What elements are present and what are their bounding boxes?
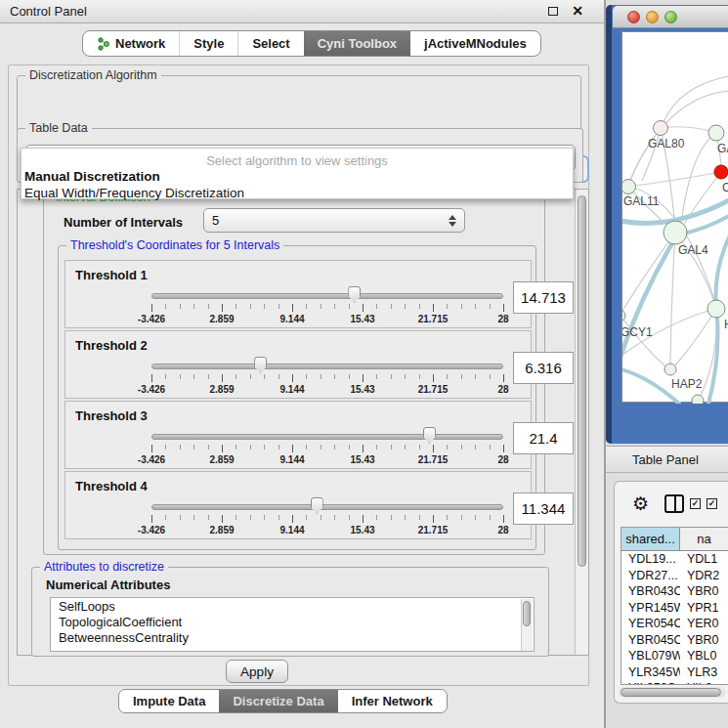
network-node[interactable]	[622, 180, 636, 194]
threshold-slider[interactable]	[151, 434, 503, 440]
threshold-value-field[interactable]: 6.316	[513, 352, 574, 384]
settings-vertical-scrollbar[interactable]	[575, 190, 588, 655]
network-node[interactable]	[664, 364, 676, 375]
slider-handle[interactable]	[348, 286, 361, 303]
num-intervals-combobox[interactable]: 5	[203, 208, 465, 233]
attribute-item[interactable]: SelfLoops	[51, 598, 534, 614]
attribute-item[interactable]: BetweennessCentrality	[51, 629, 534, 645]
table-cell[interactable]: YPR1	[680, 600, 728, 617]
close-traffic-light-icon[interactable]	[627, 11, 640, 23]
tab-infer-network[interactable]: Infer Network	[338, 690, 447, 712]
checkbox-icon[interactable]: ✓	[690, 498, 701, 509]
screen: Control Panel ✕ Network Style Select Cyn…	[0, 0, 728, 728]
table-cell[interactable]: YIL0	[680, 680, 728, 685]
network-window-titlebar[interactable]	[613, 6, 728, 28]
tab-style[interactable]: Style	[179, 31, 237, 56]
apply-button[interactable]: Apply	[226, 660, 288, 683]
table-row[interactable]: YDL19...YDL1	[621, 551, 728, 568]
attribute-item[interactable]: TopologicalCoefficient	[51, 614, 534, 629]
table-cell[interactable]: YBR0	[680, 632, 728, 649]
tick-label: 9.144	[279, 525, 304, 535]
table-cell[interactable]: YBR043C	[621, 583, 680, 600]
scrollbar-thumb[interactable]	[523, 601, 531, 626]
slider-handle[interactable]	[254, 357, 267, 373]
attributes-scrollbar[interactable]	[521, 599, 533, 652]
scrollbar-thumb[interactable]	[621, 688, 721, 697]
float-window-icon[interactable]	[548, 7, 558, 16]
threshold-slider[interactable]	[151, 364, 503, 369]
minimize-traffic-light-icon[interactable]	[646, 11, 659, 23]
threshold-value-field[interactable]: 11.344	[513, 492, 574, 525]
network-node[interactable]	[707, 300, 725, 318]
dropdown-option-manual[interactable]: Manual Discretization	[21, 168, 573, 185]
network-node[interactable]	[714, 165, 728, 179]
zoom-traffic-light-icon[interactable]	[664, 11, 677, 23]
tick-label: -3.426	[138, 525, 165, 535]
node-label: HAP2	[671, 377, 703, 391]
tab-network[interactable]: Network	[83, 31, 179, 56]
attributes-list[interactable]: SelfLoopsTopologicalCoefficientBetweenne…	[50, 597, 535, 652]
tab-jactivemnodules[interactable]: jActiveMNodules	[410, 31, 540, 56]
threshold-label: Threshold 3	[75, 408, 148, 423]
threshold-value-field[interactable]: 21.4	[513, 422, 574, 454]
table-cell[interactable]: YBL079W	[621, 648, 680, 664]
threshold-slider[interactable]	[151, 504, 503, 510]
tab-select[interactable]: Select	[237, 31, 303, 56]
num-intervals-label: Number of Intervals	[64, 215, 183, 230]
table-cell[interactable]: YDL19...	[621, 551, 680, 568]
network-node[interactable]	[708, 125, 724, 141]
table-cell[interactable]: YPR145W	[621, 600, 680, 617]
table-row[interactable]: YLR345WYLR3	[621, 664, 728, 681]
table-horizontal-scrollbar[interactable]	[619, 687, 726, 698]
threshold-label: Threshold 1	[75, 268, 148, 282]
threshold-row: Threshold 3 -3.4262.8599.14415.4321.7152…	[64, 401, 532, 469]
slider-handle[interactable]	[423, 427, 436, 444]
node-label: GAL4	[678, 243, 708, 257]
gear-icon[interactable]: ⚙	[632, 492, 649, 515]
panel-title: Control Panel	[0, 4, 87, 19]
tab-discretize-data[interactable]: Discretize Data	[219, 690, 337, 712]
threshold-slider[interactable]	[151, 293, 503, 299]
table-cell[interactable]: YIL052C	[621, 680, 680, 685]
table-cell[interactable]: YDR27...	[621, 568, 680, 584]
table-row[interactable]: YIL052CYIL0	[621, 680, 728, 685]
threshold-value-field[interactable]: 14.713	[513, 281, 574, 314]
interval-definition-group: Interval Definition Number of Intervals …	[43, 197, 545, 555]
column-layout-icon[interactable]	[664, 494, 684, 513]
network-node[interactable]	[622, 310, 625, 321]
table-cell[interactable]: YDL1	[680, 551, 728, 568]
table-row[interactable]: YBR043CYBR0	[621, 583, 728, 600]
column-header-name[interactable]: na	[680, 528, 728, 550]
table-cell[interactable]: YBR045C	[621, 632, 680, 649]
checkbox-icon[interactable]: ✓	[707, 498, 717, 509]
tick-label: 21.715	[418, 384, 449, 395]
tab-cyni-toolbox[interactable]: Cyni Toolbox	[304, 31, 410, 56]
dropdown-option-equal-width[interactable]: Equal Width/Frequency Discretization	[21, 185, 573, 201]
node-table[interactable]: shared... na YDL19...YDL1YDR27...YDR2YBR…	[621, 527, 728, 685]
control-panel-titlebar: Control Panel ✕	[0, 0, 605, 23]
table-cell[interactable]: YER054C	[621, 616, 680, 632]
table-cell[interactable]: YLR345W	[621, 664, 680, 681]
table-row[interactable]: YER054CYER0	[621, 616, 728, 632]
table-cell[interactable]: YBL0	[680, 648, 728, 664]
table-row[interactable]: YDR27...YDR2	[621, 568, 728, 584]
network-node[interactable]	[692, 395, 704, 404]
close-icon[interactable]: ✕	[572, 3, 583, 19]
tab-impute-data[interactable]: Impute Data	[119, 690, 219, 712]
network-node[interactable]	[664, 221, 687, 244]
table-cell[interactable]: YLR3	[680, 664, 728, 681]
table-row[interactable]: YBL079WYBL0	[621, 648, 728, 664]
network-canvas[interactable]: GAL80GACGAL11GAL4GCY1HHAP2	[621, 31, 728, 403]
tab-label: Network	[115, 36, 165, 51]
table-row[interactable]: YBR045CYBR0	[621, 632, 728, 649]
slider-handle[interactable]	[311, 497, 323, 514]
node-label: GCY1	[622, 325, 653, 339]
table-row[interactable]: YPR145WYPR1	[621, 600, 728, 617]
column-header-shared[interactable]: shared...	[621, 528, 680, 550]
table-cell[interactable]: YBR0	[680, 583, 728, 600]
network-node[interactable]	[654, 121, 668, 136]
scrollbar-thumb[interactable]	[578, 195, 586, 567]
tick-label: 21.715	[418, 525, 449, 535]
table-cell[interactable]: YDR2	[680, 568, 728, 584]
table-cell[interactable]: YER0	[680, 616, 728, 632]
